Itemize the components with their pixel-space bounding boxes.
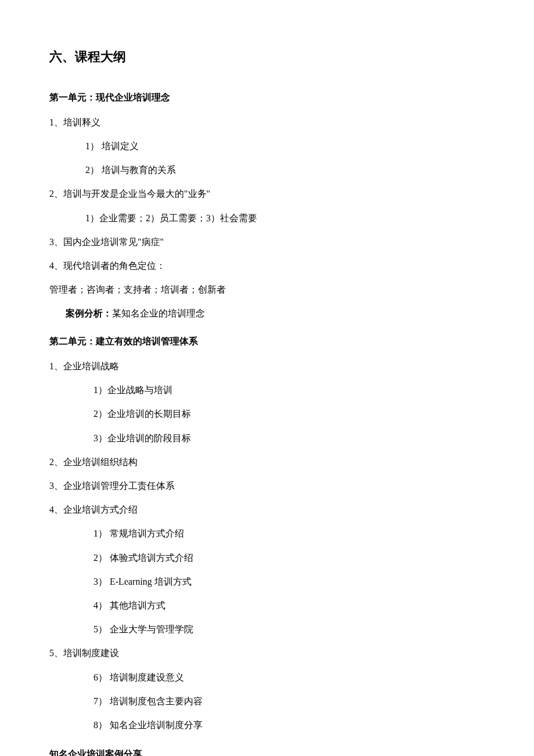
unit2-item5: 5、培训制度建设 [49, 645, 485, 661]
unit2-item1: 1、企业培训战略 [49, 358, 485, 374]
case-text: 某知名企业的培训理念 [112, 308, 205, 318]
unit1-item1-sub2: 2） 培训与教育的关系 [49, 162, 485, 178]
unit1-item4-roles: 管理者；咨询者；支持者；培训者；创新者 [49, 282, 485, 297]
unit2-item3: 3、企业培训管理分工责任体系 [49, 478, 485, 494]
unit2-item5-sub7: 7） 培训制度包含主要内容 [49, 693, 485, 709]
unit1-item3: 3、国内企业培训常见"病症" [49, 234, 485, 250]
unit2-item4-sub2: 2） 体验式培训方式介绍 [49, 550, 485, 566]
unit2-item4: 4、企业培训方式介绍 [49, 502, 485, 517]
unit2-item1-sub3: 3）企业培训的阶段目标 [49, 430, 485, 446]
unit2-item5-sub8: 8） 知名企业培训制度分享 [49, 717, 485, 733]
unit2-item1-sub2: 2）企业培训的长期目标 [49, 406, 485, 422]
share-title: 知名企业培训案例分享 [49, 747, 485, 756]
unit1-item4: 4、现代培训者的角色定位： [49, 258, 485, 273]
unit2-item4-sub1: 1） 常规培训方式介绍 [49, 525, 485, 541]
unit2-item1-sub1: 1）企业战略与培训 [49, 382, 485, 398]
unit2-item4-sub3: 3） E-Learning 培训方式 [49, 574, 485, 589]
unit2-title: 第二单元：建立有效的培训管理体系 [49, 334, 485, 349]
unit1-item2-sub: 1）企业需要；2）员工需要；3）社会需要 [49, 210, 485, 226]
unit1-title: 第一单元：现代企业培训理念 [49, 90, 485, 105]
unit2-item2: 2、企业培训组织结构 [49, 454, 485, 470]
unit1-case: 案例分析：某知名企业的培训理念 [49, 305, 485, 321]
unit2-item4-sub4: 4） 其他培训方式 [49, 597, 485, 613]
unit2-item4-sub5: 5） 企业大学与管理学院 [49, 621, 485, 637]
main-title: 六、课程大纲 [49, 46, 485, 67]
unit1-item1-sub1: 1） 培训定义 [49, 138, 485, 154]
unit1-item1: 1、培训释义 [49, 114, 485, 130]
unit1-item2: 2、培训与开发是企业当今最大的"业务" [49, 186, 485, 201]
unit2-item5-sub6: 6） 培训制度建设意义 [49, 669, 485, 685]
case-label: 案例分析： [66, 308, 112, 318]
